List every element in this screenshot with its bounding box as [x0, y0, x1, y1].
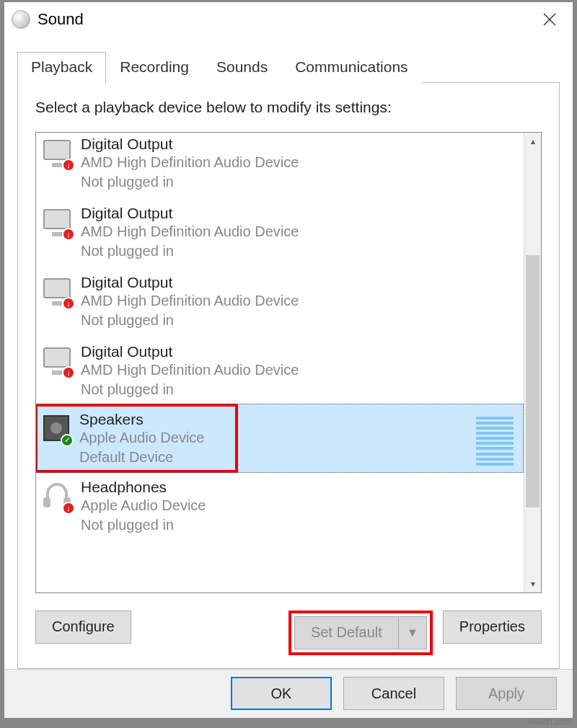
scroll-thumb[interactable]: [526, 255, 539, 507]
device-status: Not plugged in: [81, 515, 206, 535]
device-driver: Apple Audio Device: [81, 496, 206, 515]
device-item[interactable]: ↓ Headphones Apple Audio Device Not plug…: [36, 471, 524, 541]
sound-app-icon: [12, 10, 30, 29]
unplugged-badge-icon: ↓: [62, 159, 75, 172]
dialog-footer: OK Cancel Apply: [4, 669, 573, 718]
monitor-icon: ↓: [42, 138, 75, 172]
device-item[interactable]: ↓ Digital Output AMD High Definition Aud…: [36, 197, 524, 267]
scrollbar[interactable]: ▴ ▾: [524, 133, 541, 592]
monitor-icon: ↓: [42, 346, 75, 379]
device-status: Not plugged in: [81, 241, 299, 261]
device-status: Default Device: [79, 448, 204, 467]
device-item[interactable]: ↓ Digital Output AMD High Definition Aud…: [36, 133, 524, 197]
configure-button[interactable]: Configure: [35, 611, 131, 644]
device-list: ↓ Digital Output AMD High Definition Aud…: [35, 132, 542, 593]
device-list-inner: ↓ Digital Output AMD High Definition Aud…: [36, 133, 524, 592]
device-driver: Apple Audio Device: [79, 428, 204, 448]
set-default-dropdown[interactable]: ▼: [398, 616, 427, 649]
device-item[interactable]: ↓ Digital Output AMD High Definition Aud…: [36, 267, 524, 336]
device-item-selected[interactable]: ✓ Speakers Apple Audio Device Default De…: [36, 404, 524, 473]
sound-dialog: Sound Playback Recording Sounds Communic…: [4, 1, 573, 719]
watermark: wsxdn.com: [528, 716, 571, 727]
device-status: Not plugged in: [81, 172, 299, 192]
device-driver: AMD High Definition Audio Device: [81, 291, 299, 311]
cancel-button[interactable]: Cancel: [343, 677, 444, 710]
unplugged-badge-icon: ↓: [62, 297, 75, 310]
device-name: Digital Output: [81, 205, 299, 222]
chevron-down-icon: ▼: [407, 626, 418, 639]
scroll-down-icon[interactable]: ▾: [524, 575, 541, 592]
unplugged-badge-icon: ↓: [62, 366, 75, 379]
volume-meter-icon: [476, 417, 514, 466]
apply-button[interactable]: Apply: [456, 677, 557, 710]
monitor-icon: ↓: [42, 208, 75, 241]
content-area: Playback Recording Sounds Communications…: [4, 37, 573, 669]
speaker-icon: ✓: [40, 414, 74, 447]
device-status: Not plugged in: [81, 311, 299, 330]
device-item[interactable]: ↓ Digital Output AMD High Definition Aud…: [36, 336, 524, 405]
ok-button[interactable]: OK: [231, 677, 332, 710]
instruction-text: Select a playback device below to modify…: [35, 99, 542, 116]
monitor-icon: ↓: [42, 277, 75, 310]
tab-recording[interactable]: Recording: [106, 52, 203, 83]
tab-panel-playback: Select a playback device below to modify…: [17, 82, 560, 669]
device-name: Digital Output: [81, 343, 299, 360]
tab-sounds[interactable]: Sounds: [203, 52, 281, 83]
device-status: Not plugged in: [81, 380, 299, 399]
action-row: Configure Set Default ▼ Properties: [35, 611, 542, 655]
window-title: Sound: [38, 10, 84, 29]
device-name: Digital Output: [81, 274, 299, 291]
device-name: Speakers: [79, 411, 204, 428]
tab-playback[interactable]: Playback: [17, 52, 106, 83]
default-badge-icon: ✓: [61, 434, 74, 447]
scroll-up-icon[interactable]: ▴: [524, 133, 541, 150]
titlebar: Sound: [4, 2, 573, 37]
unplugged-badge-icon: ↓: [62, 502, 75, 515]
close-button[interactable]: [534, 5, 565, 34]
unplugged-badge-icon: ↓: [62, 228, 75, 241]
device-driver: AMD High Definition Audio Device: [81, 222, 299, 241]
device-driver: AMD High Definition Audio Device: [81, 360, 299, 380]
set-default-split-button: Set Default ▼: [288, 611, 433, 655]
headphone-icon: ↓: [42, 481, 75, 515]
device-name: Headphones: [81, 479, 206, 496]
properties-button[interactable]: Properties: [443, 611, 542, 644]
device-name: Digital Output: [81, 136, 299, 153]
tab-communications[interactable]: Communications: [281, 52, 421, 83]
set-default-button[interactable]: Set Default: [294, 616, 398, 649]
tab-strip: Playback Recording Sounds Communications: [17, 52, 560, 82]
device-driver: AMD High Definition Audio Device: [81, 153, 299, 172]
